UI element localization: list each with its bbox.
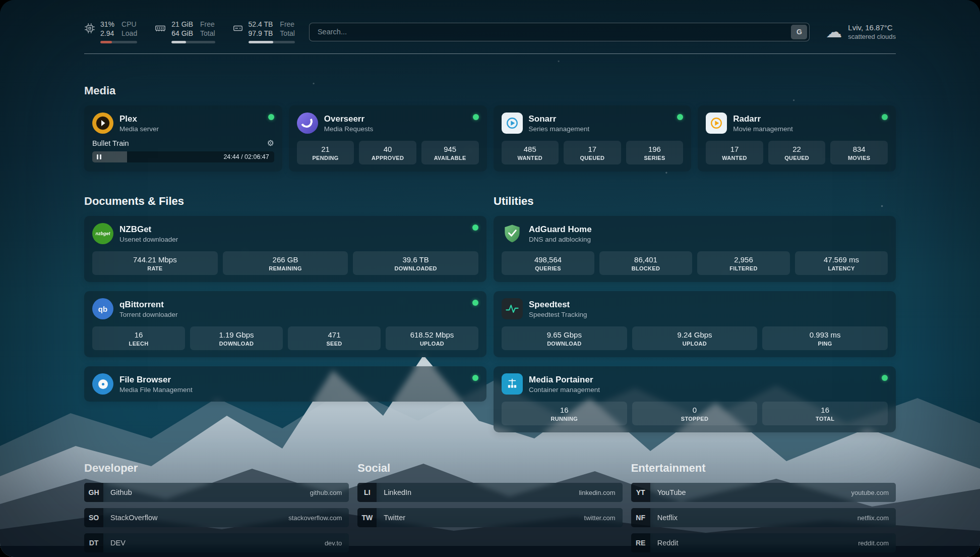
- ram-free-value: 21 GiB: [171, 20, 193, 29]
- stat-movies: 834 MOVIES: [830, 141, 888, 164]
- disk-free-label: Free: [280, 20, 295, 29]
- search-input[interactable]: [317, 27, 791, 36]
- stat-wanted: 17 WANTED: [706, 141, 763, 164]
- service-subtitle: Torrent downloader: [119, 311, 178, 318]
- adguard-icon: [502, 223, 523, 244]
- bookmarks-social: Social LI LinkedIn linkedin.com TW Twitt…: [357, 462, 622, 552]
- service-subtitle: Speedtest Tracking: [529, 311, 587, 318]
- bookmark-stackoverflow[interactable]: SO StackOverflow stackoverflow.com: [84, 508, 349, 527]
- bookmark-netflix[interactable]: NF Netflix netflix.com: [631, 508, 896, 527]
- cpu-usage-bar: [100, 41, 137, 43]
- service-card-filebrowser[interactable]: File Browser Media File Management: [84, 366, 486, 402]
- service-card-portainer[interactable]: Media Portainer Container management 16 …: [494, 366, 896, 432]
- stat-blocked: 86,401 BLOCKED: [599, 251, 692, 275]
- cpu-icon: [84, 23, 95, 36]
- disk-usage-fill: [249, 41, 274, 43]
- stat-latency: 47.569 ms LATENCY: [795, 251, 888, 275]
- stat-remaining: 266 GB REMAINING: [223, 251, 348, 275]
- section-documents-files: Documents & Files nzbget NZBGet Usenet d…: [84, 195, 486, 432]
- disk-free-value: 52.4 TB: [249, 20, 273, 29]
- ram-usage-bar: [171, 41, 215, 43]
- ram-total-label: Total: [200, 29, 215, 38]
- social-section-title: Social: [357, 462, 622, 475]
- gear-icon[interactable]: ⚙: [267, 139, 274, 147]
- service-card-nzbget[interactable]: nzbget NZBGet Usenet downloader 744.21 M…: [84, 216, 486, 282]
- service-name: Plex: [119, 114, 159, 124]
- disk-icon: [232, 23, 243, 36]
- stat-wanted: 485 WANTED: [502, 141, 559, 164]
- service-card-radarr[interactable]: Radarr Movie management 17 WANTED 22 QUE…: [698, 105, 896, 172]
- stat-filtered: 2,956 FILTERED: [697, 251, 790, 275]
- sonarr-icon: [502, 113, 523, 134]
- service-card-qbittorrent[interactable]: qb qBittorrent Torrent downloader 16 LEE…: [84, 291, 486, 357]
- header-divider: [84, 53, 896, 54]
- service-card-sonarr[interactable]: Sonarr Series management 485 WANTED 17 Q…: [494, 105, 692, 172]
- bookmark-dev[interactable]: DT DEV dev.to: [84, 533, 349, 552]
- stat-seed: 471 SEED: [288, 326, 381, 350]
- stat-download: 1.19 Gbps DOWNLOAD: [190, 326, 283, 350]
- entertainment-section-title: Entertainment: [631, 462, 896, 475]
- stat-queued: 22 QUEUED: [768, 141, 826, 164]
- cpu-load-label: Load: [121, 29, 137, 38]
- stat-queries: 498,564 QUERIES: [502, 251, 594, 275]
- service-card-adguard[interactable]: AdGuard Home DNS and adblocking 498,564 …: [494, 216, 896, 282]
- dashboard-screen: 31% 2.94 CPU Load: [0, 0, 980, 557]
- stat-approved: 40 APPROVED: [359, 141, 416, 164]
- bookmark-youtube[interactable]: YT YouTube youtube.com: [631, 483, 896, 502]
- service-card-overseerr[interactable]: Overseerr Media Requests 21 PENDING 40 A…: [289, 105, 487, 172]
- stat-running: 16 RUNNING: [502, 402, 627, 425]
- search-engine-button[interactable]: G: [791, 25, 807, 39]
- disk-total-label: Total: [280, 29, 295, 38]
- stat-leech: 16 LEECH: [92, 326, 185, 350]
- bookmark-github[interactable]: GH Github github.com: [84, 483, 349, 502]
- section-utilities: Utilities: [494, 195, 896, 432]
- stat-available: 945 AVAILABLE: [421, 141, 479, 164]
- ram-total-value: 64 GiB: [171, 29, 193, 38]
- cpu-usage-fill: [100, 41, 112, 43]
- overseerr-icon: [297, 113, 318, 134]
- now-playing-title: Bullet Train: [92, 139, 129, 147]
- cpu-percent-value: 31%: [100, 20, 114, 29]
- ram-usage-fill: [171, 41, 186, 43]
- service-subtitle: DNS and adblocking: [529, 236, 592, 243]
- media-section-title: Media: [84, 84, 896, 97]
- documents-section-title: Documents & Files: [84, 195, 486, 208]
- stat-rate: 744.21 Mbps RATE: [92, 251, 218, 275]
- netflix-icon: NF: [631, 508, 650, 527]
- pause-icon[interactable]: [97, 154, 101, 159]
- youtube-icon: YT: [631, 483, 650, 502]
- ram-free-label: Free: [200, 20, 215, 29]
- stat-pending: 21 PENDING: [297, 141, 354, 164]
- status-dot: [472, 300, 478, 306]
- service-subtitle: Media Requests: [324, 125, 374, 133]
- utilities-section-title: Utilities: [494, 195, 896, 208]
- reddit-icon: RE: [631, 533, 650, 552]
- service-card-speedtest[interactable]: Speedtest Speedtest Tracking 9.65 Gbps D…: [494, 291, 896, 357]
- qbittorrent-icon: qb: [92, 298, 113, 319]
- nzbget-icon: nzbget: [92, 223, 113, 244]
- stat-total: 16 TOTAL: [762, 402, 888, 425]
- bookmark-twitter[interactable]: TW Twitter twitter.com: [357, 508, 622, 527]
- cloud-icon: ☁: [826, 24, 842, 40]
- bookmarks-developer: Developer GH Github github.com SO StackO…: [84, 462, 349, 552]
- filebrowser-icon: [92, 373, 113, 395]
- stat-ping: 0.993 ms PING: [762, 326, 888, 350]
- service-subtitle: Media File Management: [119, 386, 193, 394]
- bookmark-reddit[interactable]: RE Reddit reddit.com: [631, 533, 896, 552]
- service-name: qBittorrent: [119, 300, 178, 310]
- status-dot: [473, 114, 479, 120]
- cpu-label: CPU: [121, 20, 137, 29]
- service-name: Speedtest: [529, 300, 587, 310]
- disk-widget: 52.4 TB 97.9 TB Free Total: [232, 20, 295, 43]
- search-bar: G: [309, 23, 810, 41]
- now-playing-progress-bar[interactable]: 24:44 / 02:06:47: [92, 151, 274, 162]
- weather-location: Lviv, 16.87°C: [848, 23, 896, 32]
- status-dot: [882, 375, 888, 381]
- bookmarks-entertainment: Entertainment YT YouTube youtube.com NF …: [631, 462, 896, 552]
- bookmark-linkedin[interactable]: LI LinkedIn linkedin.com: [357, 483, 622, 502]
- service-subtitle: Media server: [119, 125, 159, 133]
- service-name: File Browser: [119, 375, 193, 385]
- service-card-plex[interactable]: Plex Media server Bullet Train ⚙ 24:44 /…: [84, 105, 282, 172]
- disk-total-value: 97.9 TB: [249, 29, 273, 38]
- dev-icon: DT: [84, 533, 103, 552]
